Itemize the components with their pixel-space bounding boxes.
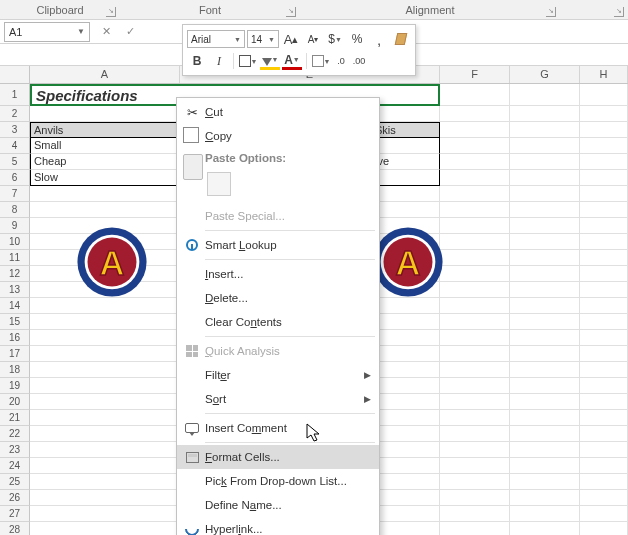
row-header[interactable]: 21 (0, 410, 30, 426)
bold-button[interactable]: B (187, 52, 207, 70)
grid-cell[interactable] (580, 138, 628, 154)
dialog-launcher-icon[interactable]: ↘ (614, 7, 624, 17)
grid-cell[interactable] (580, 362, 628, 378)
grid-cell[interactable] (440, 154, 510, 170)
fill-color-button[interactable]: ▼ (260, 52, 280, 70)
grid-cell[interactable] (510, 106, 580, 122)
menu-hyperlink[interactable]: Hyperlink... (177, 517, 379, 535)
grid-cell[interactable] (440, 362, 510, 378)
row-header[interactable]: 12 (0, 266, 30, 282)
grid-cell[interactable] (440, 426, 510, 442)
grid-cell[interactable] (510, 346, 580, 362)
row-header[interactable]: 25 (0, 474, 30, 490)
row-header[interactable]: 22 (0, 426, 30, 442)
grid-cell[interactable] (510, 378, 580, 394)
grid-cell[interactable] (510, 410, 580, 426)
grid-cell[interactable] (580, 186, 628, 202)
shrink-font-button[interactable]: A▾ (303, 30, 323, 48)
grid-cell[interactable] (440, 314, 510, 330)
grid-cell[interactable] (580, 106, 628, 122)
row-header[interactable]: 14 (0, 298, 30, 314)
grid-cell[interactable] (440, 522, 510, 535)
enter-formula-icon[interactable]: ✓ (122, 24, 138, 40)
grid-cell[interactable] (440, 442, 510, 458)
grid-cell[interactable] (510, 234, 580, 250)
row-header[interactable]: 11 (0, 250, 30, 266)
grid-cell[interactable] (510, 84, 580, 106)
borders-button[interactable]: ▼ (238, 52, 258, 70)
grid-cell[interactable] (440, 84, 510, 106)
comma-format-button[interactable]: , (369, 30, 389, 48)
grid-cell[interactable] (510, 490, 580, 506)
grid-cell[interactable] (30, 410, 180, 426)
grid-cell[interactable] (440, 490, 510, 506)
increase-decimal-button[interactable]: .0 (333, 52, 349, 70)
grid-cell[interactable] (580, 218, 628, 234)
column-header-F[interactable]: F (440, 66, 510, 83)
grow-font-button[interactable]: A▴ (281, 30, 301, 48)
grid-cell[interactable] (440, 266, 510, 282)
row-header[interactable]: 27 (0, 506, 30, 522)
grid-cell[interactable] (440, 378, 510, 394)
grid-cell[interactable] (440, 170, 510, 186)
row-header[interactable]: 23 (0, 442, 30, 458)
grid-cell[interactable] (30, 426, 180, 442)
grid-cell[interactable] (30, 458, 180, 474)
grid-cell[interactable] (580, 346, 628, 362)
grid-cell[interactable] (30, 346, 180, 362)
grid-cell[interactable] (30, 314, 180, 330)
row-header[interactable]: 24 (0, 458, 30, 474)
grid-cell[interactable] (580, 170, 628, 186)
grid-cell[interactable] (580, 234, 628, 250)
percent-format-button[interactable]: % (347, 30, 367, 48)
grid-cell[interactable] (30, 106, 180, 122)
grid-cell[interactable] (30, 186, 180, 202)
grid-cell[interactable] (440, 346, 510, 362)
grid-cell[interactable] (580, 314, 628, 330)
grid-cell[interactable] (510, 474, 580, 490)
row-header[interactable]: 6 (0, 170, 30, 186)
grid-cell[interactable] (510, 202, 580, 218)
row-header[interactable]: 15 (0, 314, 30, 330)
grid-cell[interactable] (580, 394, 628, 410)
grid-cell[interactable] (30, 474, 180, 490)
row-header[interactable]: 13 (0, 282, 30, 298)
row-header[interactable]: 4 (0, 138, 30, 154)
menu-copy[interactable]: Copy (177, 124, 379, 148)
grid-cell[interactable] (30, 506, 180, 522)
accounting-format-button[interactable]: $▼ (325, 30, 345, 48)
grid-cell[interactable] (440, 106, 510, 122)
grid-cell[interactable] (440, 458, 510, 474)
grid-cell[interactable] (580, 426, 628, 442)
format-painter-button[interactable] (391, 30, 411, 48)
column-header-H[interactable]: H (580, 66, 628, 83)
italic-button[interactable]: I (209, 52, 229, 70)
grid-cell[interactable] (510, 522, 580, 535)
grid-cell[interactable] (510, 506, 580, 522)
grid-cell[interactable] (30, 522, 180, 535)
row-header[interactable]: 8 (0, 202, 30, 218)
menu-insert[interactable]: Insert... (177, 262, 379, 286)
row-header[interactable]: 10 (0, 234, 30, 250)
grid-cell[interactable] (510, 442, 580, 458)
menu-define-name[interactable]: Define Name... (177, 493, 379, 517)
decrease-decimal-button[interactable]: .00 (351, 52, 367, 70)
cancel-formula-icon[interactable]: ✕ (98, 24, 114, 40)
grid-cell[interactable] (510, 330, 580, 346)
font-size-combo[interactable]: 14 ▼ (247, 30, 279, 48)
grid-cell[interactable] (580, 522, 628, 535)
cell-A5[interactable]: Cheap (30, 154, 180, 170)
name-box[interactable]: A1 ▼ (4, 22, 90, 42)
row-header[interactable]: 3 (0, 122, 30, 138)
grid-cell[interactable] (580, 282, 628, 298)
grid-cell[interactable] (440, 506, 510, 522)
grid-cell[interactable] (510, 314, 580, 330)
font-name-combo[interactable]: Arial ▼ (187, 30, 245, 48)
grid-cell[interactable] (440, 186, 510, 202)
grid-cell[interactable] (510, 458, 580, 474)
grid-cell[interactable] (580, 458, 628, 474)
row-header[interactable]: 5 (0, 154, 30, 170)
grid-cell[interactable] (30, 394, 180, 410)
menu-format-cells[interactable]: Format Cells... (177, 445, 379, 469)
grid-cell[interactable] (440, 218, 510, 234)
